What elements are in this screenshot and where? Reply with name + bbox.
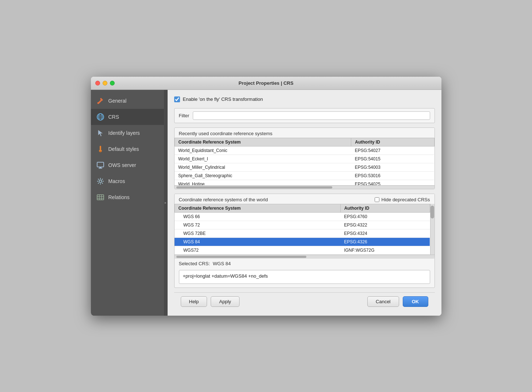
world-crs-header-row: Coordinate reference systems of the worl… xyxy=(175,194,435,204)
table-row[interactable]: World_Equidistant_ConicEPSG:54027 xyxy=(175,146,434,155)
authority-cell: EPSG:54027 xyxy=(351,146,434,155)
cancel-button[interactable]: Cancel xyxy=(367,296,399,307)
sidebar-macros-label: Macros xyxy=(108,178,125,184)
world-table-container[interactable]: Coordinate Reference System Authority ID… xyxy=(175,204,430,255)
authority-cell: EPSG:4760 xyxy=(340,212,430,221)
crs-cell: WGS 72 xyxy=(175,221,340,229)
help-button[interactable]: Help xyxy=(181,296,207,307)
brush-icon xyxy=(96,145,105,153)
authority-cell: EPSG:4326 xyxy=(340,237,430,246)
crs-cell: World_Equidistant_Conic xyxy=(175,146,351,155)
maximize-button[interactable] xyxy=(110,81,115,85)
world-crs-section: Coordinate reference systems of the worl… xyxy=(174,194,435,288)
table-row[interactable]: WGS 84EPSG:4326 xyxy=(175,237,430,246)
authority-cell: EPSG:54025 xyxy=(351,180,434,185)
svg-rect-14 xyxy=(99,168,102,169)
table-row[interactable]: World_Eckert_IEPSG:54015 xyxy=(175,155,434,163)
recently-used-scrollbar[interactable] xyxy=(175,185,435,189)
filter-input[interactable] xyxy=(193,111,430,120)
filter-row: Filter xyxy=(174,108,435,123)
svg-rect-13 xyxy=(99,167,102,168)
monitor-icon xyxy=(96,161,105,170)
table-row[interactable]: WGS72IGNF:WGS72G xyxy=(175,246,430,254)
world-table-vscroll[interactable] xyxy=(430,204,435,255)
world-col-crs: Coordinate Reference System xyxy=(175,204,340,212)
bottom-bar: Help Apply Cancel OK xyxy=(174,292,435,311)
titlebar: Project Properties | CRS xyxy=(91,77,441,90)
svg-point-15 xyxy=(99,180,102,182)
gear-icon xyxy=(96,177,105,186)
table-row[interactable]: WGS 66EPSG:4760 xyxy=(175,212,430,221)
window-title: Project Properties | CRS xyxy=(238,80,293,86)
table-icon xyxy=(96,193,105,202)
proj-string-box: +proj=longlat +datum=WGS84 +no_defs xyxy=(179,270,430,284)
sidebar-item-relations[interactable]: Relations xyxy=(91,189,164,205)
cursor-icon xyxy=(96,129,105,137)
recently-used-section: Recently used coordinate reference syste… xyxy=(174,128,435,189)
svg-rect-11 xyxy=(100,151,101,152)
world-crs-title: Coordinate reference systems of the worl… xyxy=(179,197,268,202)
sidebar-item-macros[interactable]: Macros xyxy=(91,173,164,189)
hide-deprecated-label[interactable]: Hide deprecated CRSs xyxy=(375,197,430,202)
sidebar-styles-label: Default styles xyxy=(108,146,139,152)
authority-cell: EPSG:53016 xyxy=(351,171,434,180)
sidebar-general-label: General xyxy=(108,98,127,104)
svg-line-21 xyxy=(102,183,103,183)
sidebar: General CRS xyxy=(91,90,164,316)
sidebar-item-ows-server[interactable]: OWS server xyxy=(91,157,164,173)
selected-crs-value: WGS 84 xyxy=(213,261,231,266)
apply-button[interactable]: Apply xyxy=(211,296,240,307)
sidebar-item-crs[interactable]: CRS xyxy=(91,109,164,125)
table-row[interactable]: WGS 72BEEPSG:4324 xyxy=(175,229,430,237)
enable-checkbox-wrapper[interactable]: Enable 'on the fly' CRS transformation xyxy=(174,96,263,102)
crs-cell: WGS72 xyxy=(175,246,340,254)
recently-used-header: Recently used coordinate reference syste… xyxy=(175,128,435,138)
svg-rect-24 xyxy=(97,195,104,200)
crs-cell: WGS 66 xyxy=(175,212,340,221)
authority-cell: IGNF:WGS72G xyxy=(340,246,430,254)
svg-point-2 xyxy=(97,102,99,104)
world-scrollbar[interactable] xyxy=(175,255,435,258)
enable-row: Enable 'on the fly' CRS transformation xyxy=(174,96,435,102)
authority-cell: EPSG:54003 xyxy=(351,163,434,171)
sidebar-item-default-styles[interactable]: Default styles xyxy=(91,141,164,157)
world-table-area: Coordinate Reference System Authority ID… xyxy=(175,204,435,255)
crs-cell: World_Miller_Cylindrical xyxy=(175,163,351,171)
crs-cell: WGS 72BE xyxy=(175,229,340,237)
recently-used-col-authority: Authority ID xyxy=(351,138,434,146)
selected-crs-row: Selected CRS: WGS 84 xyxy=(175,258,435,269)
world-crs-table: Coordinate Reference System Authority ID… xyxy=(175,204,430,255)
wrench-icon xyxy=(96,96,105,105)
authority-cell: EPSG:54015 xyxy=(351,155,434,163)
authority-cell: EPSG:4324 xyxy=(340,229,430,237)
crs-cell: WGS 84 xyxy=(175,237,340,246)
world-scrollbar-thumb xyxy=(176,256,306,258)
sidebar-crs-label: CRS xyxy=(108,114,119,120)
ok-button[interactable]: OK xyxy=(403,296,428,307)
table-row[interactable]: WGS 72EPSG:4322 xyxy=(175,221,430,229)
table-row[interactable]: World_HotineEPSG:54025 xyxy=(175,180,434,185)
minimize-button[interactable] xyxy=(103,81,107,85)
world-vscroll-thumb xyxy=(430,206,434,218)
table-row[interactable]: Sphere_Gall_StereographicEPSG:53016 xyxy=(175,171,434,180)
hide-deprecated-checkbox[interactable] xyxy=(375,197,379,202)
sidebar-item-identify-layers[interactable]: Identify layers xyxy=(91,125,164,141)
svg-line-22 xyxy=(102,179,103,179)
recently-used-table-container[interactable]: Coordinate Reference System Authority ID… xyxy=(175,138,435,185)
hide-deprecated-text: Hide deprecated CRSs xyxy=(382,197,430,202)
window-body: General CRS xyxy=(91,90,441,316)
table-row[interactable]: World_Miller_CylindricalEPSG:54003 xyxy=(175,163,434,171)
sidebar-identify-label: Identify layers xyxy=(108,130,140,136)
recently-used-table: Coordinate Reference System Authority ID… xyxy=(175,138,435,185)
svg-line-23 xyxy=(98,183,99,183)
sidebar-item-general[interactable]: General xyxy=(91,93,164,109)
enable-crs-label: Enable 'on the fly' CRS transformation xyxy=(183,96,263,102)
authority-cell: EPSG:4322 xyxy=(340,221,430,229)
sidebar-collapse-handle[interactable]: ▸ xyxy=(164,90,168,316)
enable-crs-checkbox[interactable] xyxy=(174,96,180,102)
svg-rect-12 xyxy=(97,162,104,167)
recently-used-col-crs: Coordinate Reference System xyxy=(175,138,351,146)
sidebar-relations-label: Relations xyxy=(108,194,130,200)
close-button[interactable] xyxy=(95,81,100,85)
svg-rect-9 xyxy=(100,146,101,150)
